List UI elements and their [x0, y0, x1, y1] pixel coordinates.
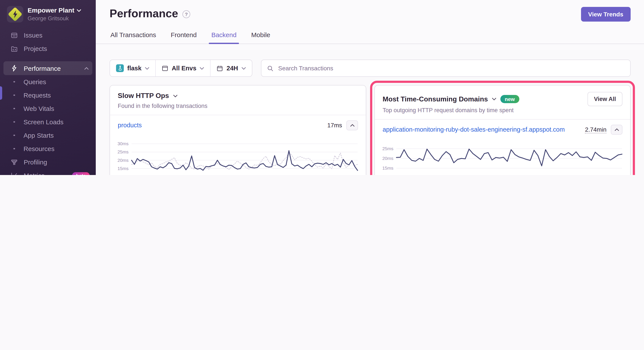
search-transactions-box [261, 60, 631, 77]
view-all-button[interactable]: View All [588, 92, 622, 106]
bullet-icon [13, 135, 15, 136]
chevron-up-icon [84, 67, 89, 70]
sidebar-item-screen-loads[interactable]: Screen Loads [0, 115, 96, 129]
sidebar-item-issues[interactable]: Issues [0, 29, 96, 42]
slow-http-ops-chart: 05ms10ms15ms20ms25ms30ms [112, 139, 359, 175]
svg-text:15ms: 15ms [118, 166, 128, 171]
sidebar-item-app-starts[interactable]: App Starts [0, 129, 96, 142]
metrics-icon [10, 172, 18, 175]
domains-panel-title[interactable]: Most Time-Consuming Domains [382, 95, 488, 103]
domain-accordion-row: application-monitoring-ruby-dot-sales-en… [375, 120, 630, 139]
slow-http-ops-subtitle: Found in the following transactions [118, 103, 358, 109]
org-user: George Gritsouk [28, 15, 81, 22]
chevron-down-icon[interactable] [492, 98, 496, 101]
sidebar-item-requests[interactable]: Requests [0, 89, 96, 102]
collapse-row-button[interactable] [611, 125, 622, 134]
bullet-icon [13, 95, 15, 96]
bullet-icon [13, 148, 15, 150]
lightning-icon [10, 64, 18, 72]
project-filter-value: flask [127, 65, 142, 72]
tab-backend[interactable]: Backend [210, 31, 238, 44]
search-transactions-input[interactable] [277, 64, 624, 72]
page-filter-bar: flask All Envs 24H [110, 60, 252, 77]
help-tooltip-icon[interactable]: ? [182, 10, 190, 18]
view-trends-button[interactable]: View Trends [581, 7, 631, 22]
flask-project-icon [116, 64, 124, 72]
domain-link[interactable]: application-monitoring-ruby-dot-sales-en… [382, 126, 565, 133]
beta-badge: beta [72, 172, 90, 175]
slow-http-ops-title[interactable]: Slow HTTP Ops [118, 92, 169, 100]
time-spent-value[interactable]: 2.74min [585, 126, 606, 133]
performance-tabs: All Transactions Frontend Backend Mobile [96, 31, 644, 44]
sidebar-item-metrics[interactable]: Metrics beta [0, 169, 96, 175]
bullet-icon [13, 81, 15, 83]
most-time-consuming-domains-panel: Most Time-Consuming Domains new View All… [374, 85, 631, 175]
svg-text:15ms: 15ms [382, 166, 394, 170]
sidebar-item-queries[interactable]: Queries [0, 75, 96, 89]
svg-text:20ms: 20ms [118, 158, 128, 163]
page-title: Performance ? [110, 7, 190, 20]
projects-icon [10, 45, 18, 53]
bullet-icon [13, 108, 15, 109]
org-switcher[interactable]: Empower Plant George Gritsouk [0, 0, 96, 25]
issues-icon [10, 31, 18, 39]
new-badge: new [500, 95, 519, 103]
svg-text:25ms: 25ms [382, 146, 394, 151]
sidebar-item-projects[interactable]: Projects [0, 42, 96, 55]
active-accent-bar [0, 86, 2, 100]
sidebar: Empower Plant George Gritsouk Issues Pro… [0, 0, 96, 175]
svg-text:20ms: 20ms [382, 156, 394, 161]
spotlight-highlight-border: Most Time-Consuming Domains new View All… [370, 81, 635, 175]
sidebar-item-web-vitals[interactable]: Web Vitals [0, 102, 96, 115]
tab-all-transactions[interactable]: All Transactions [110, 31, 157, 44]
main-content: Performance ? View Trends All Transactio… [96, 0, 644, 175]
svg-text:10ms: 10ms [118, 174, 128, 175]
sidebar-item-resources[interactable]: Resources [0, 142, 96, 155]
window-icon [162, 65, 168, 71]
sidebar-item-profiling[interactable]: Profiling [0, 155, 96, 169]
lightning-logo-icon [12, 10, 18, 19]
chevron-down-icon [145, 67, 149, 70]
sidebar-nav: Issues Projects Performance Queries Requ… [0, 25, 96, 175]
chevron-down-icon [242, 67, 246, 70]
duration-value: 17ms [328, 122, 342, 129]
svg-text:25ms: 25ms [118, 149, 128, 154]
time-range-filter[interactable]: 24H [210, 60, 252, 76]
collapse-row-button[interactable] [346, 120, 358, 130]
project-filter[interactable]: flask [110, 60, 155, 76]
environment-filter[interactable]: All Envs [155, 60, 210, 76]
profiling-icon [10, 158, 18, 166]
calendar-icon [217, 65, 223, 71]
chevron-down-icon[interactable] [173, 94, 178, 97]
domains-panel-subtitle: Top outgoing HTTP request domains by tim… [382, 107, 622, 114]
slow-http-ops-panel: Slow HTTP Ops Found in the following tra… [110, 85, 366, 175]
domains-chart: 05ms10ms15ms20ms25ms [378, 144, 623, 175]
chevron-down-icon [200, 67, 204, 70]
org-name: Empower Plant [28, 7, 74, 15]
search-icon [267, 65, 274, 71]
transaction-link-products[interactable]: products [118, 122, 142, 129]
time-range-value: 24H [227, 65, 238, 72]
svg-text:30ms: 30ms [118, 141, 128, 146]
app-window: Empower Plant George Gritsouk Issues Pro… [0, 0, 644, 175]
environment-filter-value: All Envs [172, 65, 196, 72]
tab-frontend[interactable]: Frontend [170, 31, 198, 44]
transaction-accordion-row: products 17ms [110, 115, 366, 135]
bullet-icon [13, 121, 15, 123]
sidebar-item-performance[interactable]: Performance [4, 61, 92, 75]
chevron-down-icon [77, 9, 81, 12]
org-logo [7, 6, 23, 23]
tab-mobile[interactable]: Mobile [250, 31, 271, 44]
